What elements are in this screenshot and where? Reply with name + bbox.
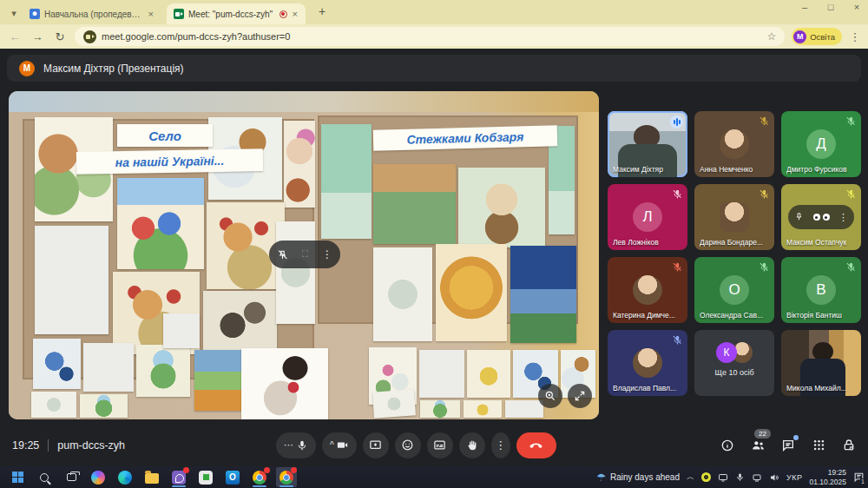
- taskbar-app-explorer[interactable]: [141, 467, 162, 487]
- tab-search-chevron-icon[interactable]: ▾: [7, 6, 21, 20]
- reactions-button[interactable]: [395, 432, 421, 458]
- participant-name: Лев Ложніков: [613, 238, 682, 247]
- close-tab-icon[interactable]: ×: [292, 9, 299, 19]
- tile-more-options-icon[interactable]: ⋮: [838, 212, 848, 223]
- hand-icon: [466, 439, 478, 452]
- participant-tile[interactable]: ⋮ Максим Остапчук: [781, 184, 861, 250]
- mic-icon: [296, 439, 308, 452]
- taskbar-app-chrome[interactable]: [249, 467, 270, 487]
- camera-permission-icon[interactable]: [83, 30, 96, 43]
- end-call-icon: [529, 438, 543, 452]
- present-screen-button[interactable]: [363, 432, 389, 458]
- bookmark-star-icon[interactable]: ☆: [766, 30, 776, 43]
- taskbar-clock[interactable]: 19:25 01.10.2025: [809, 468, 846, 486]
- participant-tile[interactable]: Владислав Павл...: [608, 330, 687, 396]
- drawing-paper: [505, 400, 543, 418]
- captions-button[interactable]: [427, 432, 453, 458]
- weather-widget[interactable]: ☂ Rainy days ahead: [596, 472, 680, 484]
- participant-name: Максим Діхтяр: [613, 165, 682, 174]
- more-options-icon: ⋮: [495, 439, 506, 452]
- video-options-icon[interactable]: ^: [330, 440, 334, 450]
- participant-tile[interactable]: Л Лев Ложніков: [608, 184, 687, 250]
- language-indicator[interactable]: УКР: [786, 473, 802, 482]
- leave-call-button[interactable]: [516, 432, 556, 458]
- profile-chip[interactable]: M Освіта: [792, 28, 842, 45]
- presentation-stage[interactable]: Село на нашій Україні... Стежками Кобзар…: [9, 91, 599, 419]
- participant-name: Владислав Павл...: [613, 384, 682, 392]
- participants-grid: Максим Діхтяр Анна Немченко Д Дмитро Фур…: [608, 111, 861, 396]
- participant-name: Максим Остапчук: [786, 238, 856, 247]
- taskbar-app-viber[interactable]: [168, 467, 189, 487]
- mic-off-icon: [672, 334, 683, 346]
- taskbar-time: 19:25: [809, 468, 846, 478]
- taskbar-app-store[interactable]: [195, 467, 216, 487]
- banner-ukraine: на нашій Україні...: [76, 148, 263, 175]
- minimize-button[interactable]: –: [799, 2, 811, 12]
- meeting-code-label: pum-dccs-zyh: [57, 439, 125, 452]
- participant-name: Микола Михайл...: [786, 384, 856, 392]
- volume-tray-icon[interactable]: [769, 472, 779, 483]
- participant-tile[interactable]: Д Дмитро Фурсиков: [781, 111, 861, 177]
- close-tab-icon[interactable]: ×: [148, 9, 155, 19]
- participant-tile[interactable]: Дарина Бондаре...: [694, 184, 774, 250]
- drawing-paper: [420, 400, 460, 418]
- display-tray-icon[interactable]: [718, 472, 728, 483]
- address-bar[interactable]: meet.google.com/pum-dccs-zyh?authuser=0 …: [75, 27, 785, 46]
- antivirus-tray-icon[interactable]: [701, 472, 711, 482]
- network-tray-icon[interactable]: [752, 472, 762, 483]
- edge-icon: [118, 471, 132, 485]
- reload-button[interactable]: ↻: [52, 30, 68, 43]
- task-view-button[interactable]: [61, 467, 82, 487]
- participant-tile[interactable]: В Вікторія Бантиш: [781, 257, 861, 323]
- meeting-details-button[interactable]: [719, 437, 736, 454]
- activities-button[interactable]: [810, 437, 827, 454]
- chat-button[interactable]: [779, 437, 797, 454]
- tab-classroom[interactable]: ☻ Навчальна (пропедевтична) ×: [23, 3, 161, 24]
- host-controls-button[interactable]: [840, 437, 858, 454]
- participants-button[interactable]: 22: [749, 437, 766, 454]
- camera-icon: [336, 439, 349, 452]
- taskbar-app-chrome-active[interactable]: [276, 467, 297, 487]
- taskbar-app-outlook[interactable]: O: [222, 467, 243, 487]
- start-button[interactable]: [7, 467, 28, 487]
- unpin-icon[interactable]: [277, 249, 288, 260]
- forward-button[interactable]: →: [30, 30, 45, 43]
- tray-overflow-chevron-icon[interactable]: ︿: [687, 472, 694, 483]
- new-tab-button[interactable]: +: [314, 4, 330, 20]
- participant-tile[interactable]: Катерина Димче...: [608, 257, 687, 323]
- participant-tile[interactable]: Анна Немченко: [694, 111, 774, 177]
- maximize-button[interactable]: □: [825, 2, 837, 12]
- participant-overflow-tile[interactable]: К Ще 10 осіб: [694, 330, 774, 396]
- expand-button[interactable]: [568, 384, 592, 408]
- fullscreen-icon[interactable]: ⛶: [302, 249, 308, 260]
- mic-control[interactable]: ⋯: [276, 432, 316, 458]
- participant-tile[interactable]: Микола Михайл...: [781, 330, 861, 396]
- notification-badge: [264, 467, 270, 473]
- tab-meet[interactable]: Meet: "pum-dccs-zyh" ×: [167, 3, 306, 24]
- participant-tile[interactable]: Максим Діхтяр: [608, 111, 687, 177]
- meet-favicon-icon: [174, 9, 184, 19]
- drawing-paper: [284, 121, 315, 208]
- taskbar-app-edge[interactable]: [115, 467, 135, 487]
- browser-menu-icon[interactable]: ⋮: [849, 30, 861, 43]
- zoom-in-button[interactable]: [538, 384, 562, 408]
- camera-control[interactable]: ^: [322, 432, 357, 458]
- taskbar-search-button[interactable]: [34, 467, 55, 487]
- participant-name: Вікторія Бантиш: [786, 311, 856, 320]
- more-options-button[interactable]: ⋮: [491, 432, 510, 458]
- stage-more-options-icon[interactable]: ⋮: [322, 248, 332, 260]
- tab-title: Meet: "pum-dccs-zyh": [188, 10, 275, 19]
- close-window-button[interactable]: ×: [851, 2, 863, 12]
- drawing-paper: [33, 339, 81, 389]
- classroom-favicon-icon: ☻: [30, 9, 40, 19]
- participant-tile[interactable]: О Олександра Сав...: [694, 257, 774, 323]
- audio-options-icon[interactable]: ⋯: [284, 439, 294, 451]
- taskbar-app-copilot[interactable]: [88, 467, 108, 487]
- microphone-tray-icon[interactable]: [735, 472, 745, 482]
- pin-icon[interactable]: [794, 209, 804, 225]
- mic-off-icon: [845, 115, 857, 127]
- notification-center-button[interactable]: 1: [853, 472, 865, 483]
- url-text[interactable]: meet.google.com/pum-dccs-zyh?authuser=0: [102, 31, 761, 42]
- raise-hand-button[interactable]: [459, 432, 485, 458]
- back-button[interactable]: ←: [7, 30, 23, 43]
